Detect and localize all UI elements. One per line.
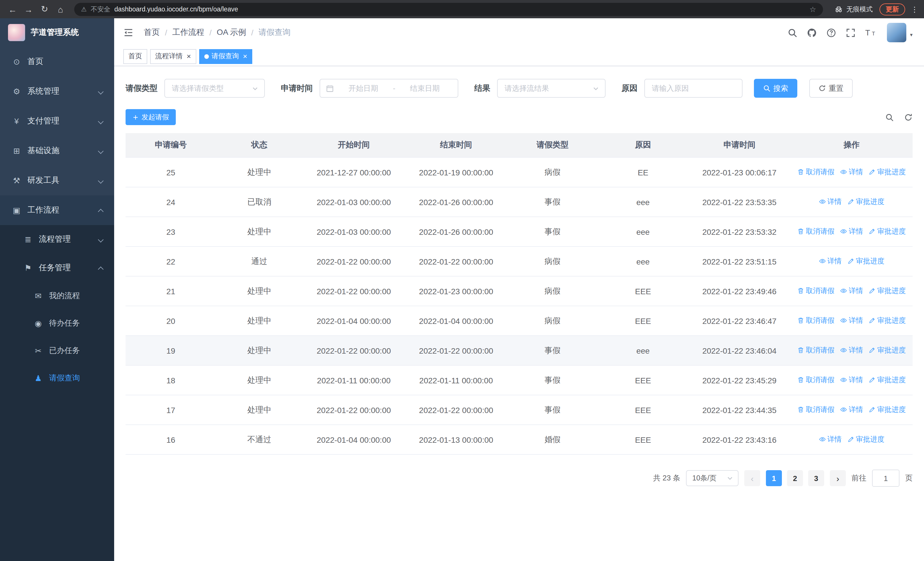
approval-progress-link[interactable]: 审批进度 — [847, 435, 884, 444]
github-icon[interactable] — [807, 28, 817, 38]
detail-link[interactable]: 详情 — [819, 257, 842, 266]
search-icon[interactable] — [788, 28, 798, 38]
sidebar-item-workflow[interactable]: ▣ 工作流程 — [0, 196, 114, 225]
sidebar-item-done-tasks[interactable]: ✂ 已办任务 — [0, 337, 114, 364]
detail-link[interactable]: 详情 — [840, 375, 863, 385]
table-row[interactable]: 19 处理中 2022-01-22 00:00:00 2022-01-22 00… — [126, 335, 913, 365]
approval-progress-link[interactable]: 审批进度 — [847, 197, 884, 207]
cell-apply-time: 2022-01-22 23:44:35 — [688, 395, 791, 425]
prev-page-button[interactable]: ‹ — [744, 470, 760, 486]
detail-link[interactable]: 详情 — [840, 316, 863, 326]
page-button-3[interactable]: 3 — [808, 470, 824, 486]
cancel-leave-link[interactable]: 取消请假 — [797, 375, 834, 385]
approval-progress-link[interactable]: 审批进度 — [868, 405, 906, 415]
sidebar-item-todo-tasks[interactable]: ◉ 待办任务 — [0, 310, 114, 337]
next-page-button[interactable]: › — [830, 470, 846, 486]
cancel-leave-link[interactable]: 取消请假 — [797, 286, 834, 296]
cancel-leave-link[interactable]: 取消请假 — [797, 316, 834, 326]
back-icon[interactable]: ← — [6, 4, 20, 14]
start-date-placeholder[interactable]: 开始日期 — [336, 83, 391, 93]
page-size-select[interactable]: 10条/页 — [686, 470, 738, 486]
approval-progress-link[interactable]: 审批进度 — [868, 316, 906, 326]
detail-link[interactable]: 详情 — [819, 435, 842, 444]
address-bar[interactable]: ⚠ 不安全 dashboard.yudao.iocoder.cn/bpm/oa/… — [74, 3, 823, 16]
tab-home[interactable]: 首页 — [123, 49, 147, 64]
close-icon[interactable]: × — [243, 53, 247, 60]
table-row[interactable]: 24 已取消 2022-01-03 00:00:00 2022-01-26 00… — [126, 187, 913, 217]
avatar-caret-down-icon[interactable]: ▾ — [910, 32, 913, 38]
detail-link[interactable]: 详情 — [840, 227, 863, 236]
reload-icon[interactable]: ↻ — [38, 4, 51, 14]
table-row[interactable]: 21 处理中 2022-01-22 00:00:00 2022-01-23 00… — [126, 276, 913, 306]
approval-progress-link[interactable]: 审批进度 — [847, 257, 884, 266]
detail-link[interactable]: 详情 — [840, 405, 863, 415]
detail-link[interactable]: 详情 — [840, 286, 863, 296]
cell-status: 处理中 — [216, 157, 303, 187]
bookmark-star-icon[interactable]: ☆ — [810, 5, 816, 14]
detail-link[interactable]: 详情 — [840, 167, 863, 177]
table-row[interactable]: 16 不通过 2022-01-04 00:00:00 2022-01-13 00… — [126, 425, 913, 454]
table-row[interactable]: 23 处理中 2022-01-03 00:00:00 2022-01-26 00… — [126, 217, 913, 247]
breadcrumb-item[interactable]: OA 示例 — [217, 27, 246, 38]
breadcrumb-item[interactable]: 首页 — [144, 27, 160, 38]
collapse-sidebar-icon[interactable] — [123, 27, 134, 38]
user-avatar[interactable] — [887, 23, 907, 42]
url-text[interactable]: dashboard.yudao.iocoder.cn/bpm/oa/leave — [114, 6, 806, 12]
sidebar-item-leave-query[interactable]: ♟ 请假查询 — [0, 364, 114, 392]
help-icon[interactable] — [827, 28, 836, 38]
table-row[interactable]: 25 处理中 2021-12-27 00:00:00 2022-01-19 00… — [126, 157, 913, 187]
table-row[interactable]: 20 处理中 2022-01-04 00:00:00 2022-01-04 00… — [126, 306, 913, 335]
approval-progress-link[interactable]: 审批进度 — [868, 227, 906, 236]
update-button[interactable]: 更新 — [879, 3, 905, 15]
security-label[interactable]: 不安全 — [91, 5, 110, 14]
tab-leave-query[interactable]: 请假查询× — [199, 49, 252, 64]
sidebar-item-payment-management[interactable]: ¥ 支付管理 — [0, 106, 114, 136]
toggle-search-icon[interactable] — [885, 113, 894, 122]
goto-page-input[interactable] — [872, 469, 900, 487]
apply-time-range-picker[interactable]: 开始日期 - 结束日期 — [320, 79, 458, 98]
approval-progress-link[interactable]: 审批进度 — [868, 167, 906, 177]
cell-actions: 取消请假 详情 审批进度 — [790, 157, 913, 187]
close-icon[interactable]: × — [187, 53, 191, 60]
forward-icon[interactable]: → — [22, 4, 35, 14]
app-logo[interactable]: 芋道管理系统 — [0, 18, 114, 47]
sidebar-item-system-management[interactable]: ⚙ 系统管理 — [0, 77, 114, 106]
create-leave-button[interactable]: 发起请假 — [126, 109, 176, 125]
table-row[interactable]: 22 通过 2022-01-22 00:00:00 2022-01-22 00:… — [126, 247, 913, 276]
table-row[interactable]: 17 处理中 2022-01-22 00:00:00 2022-01-22 00… — [126, 395, 913, 425]
sidebar-item-task-management[interactable]: ⚑ 任务管理 — [0, 254, 114, 282]
end-date-placeholder[interactable]: 结束日期 — [398, 83, 452, 93]
gear-icon: ⚙ — [11, 87, 22, 96]
browser-menu-icon[interactable]: ⋮ — [911, 5, 918, 14]
font-size-icon[interactable] — [866, 28, 878, 38]
cancel-leave-link[interactable]: 取消请假 — [797, 227, 834, 236]
reset-button[interactable]: 重置 — [809, 79, 853, 98]
cell-reason: EEE — [598, 395, 688, 425]
tab-process-detail[interactable]: 流程详情× — [150, 49, 196, 64]
approval-progress-link[interactable]: 审批进度 — [868, 286, 906, 296]
sidebar-item-process-management[interactable]: ≣ 流程管理 — [0, 225, 114, 254]
cancel-leave-link[interactable]: 取消请假 — [797, 346, 834, 355]
leave-type-select[interactable]: 请选择请假类型 — [164, 79, 265, 98]
fullscreen-icon[interactable] — [846, 28, 856, 38]
cancel-leave-link[interactable]: 取消请假 — [797, 167, 834, 177]
breadcrumb-item[interactable]: 工作流程 — [172, 27, 204, 38]
home-icon[interactable]: ⌂ — [54, 4, 68, 14]
detail-link[interactable]: 详情 — [819, 197, 842, 207]
logo-avatar — [8, 24, 25, 41]
sidebar-item-infrastructure[interactable]: ⊞ 基础设施 — [0, 136, 114, 165]
approval-progress-link[interactable]: 审批进度 — [868, 375, 906, 385]
cancel-leave-link[interactable]: 取消请假 — [797, 405, 834, 415]
search-button[interactable]: 搜索 — [754, 79, 797, 98]
detail-link[interactable]: 详情 — [840, 346, 863, 355]
reason-input[interactable]: 请输入原因 — [644, 79, 742, 98]
approval-progress-link[interactable]: 审批进度 — [868, 346, 906, 355]
sidebar-item-home[interactable]: ⊙ 首页 — [0, 47, 114, 77]
sidebar-item-my-process[interactable]: ✉ 我的流程 — [0, 282, 114, 310]
table-row[interactable]: 18 处理中 2022-01-11 00:00:00 2022-01-11 00… — [126, 365, 913, 395]
page-button-1[interactable]: 1 — [766, 470, 782, 486]
refresh-table-icon[interactable] — [904, 113, 913, 122]
sidebar-item-dev-tools[interactable]: ⚒ 研发工具 — [0, 165, 114, 196]
page-button-2[interactable]: 2 — [787, 470, 803, 486]
result-select[interactable]: 请选择流结果 — [497, 79, 606, 98]
